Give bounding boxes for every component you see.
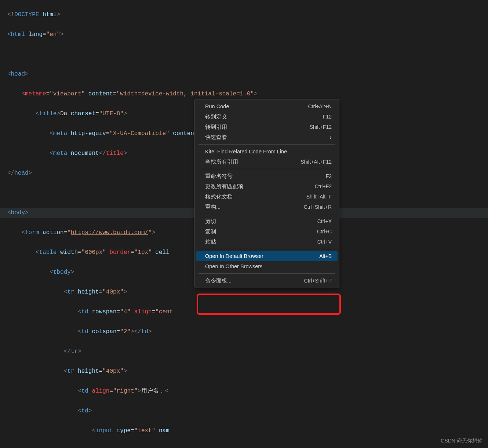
code-line: <head> [7, 69, 488, 79]
context-menu: Run CodeCtrl+Alt+N转到定义F12转到引用Shift+F12快速… [194, 99, 339, 288]
menu-item[interactable]: 命令面板...Ctrl+Shift+P [195, 276, 339, 286]
menu-item-shortcut: Ctrl+Shift+R [304, 204, 332, 210]
menu-separator [199, 273, 335, 274]
menu-item-label: Open In Default Browser [205, 253, 263, 259]
code-line: <td align="right">用户名：< [7, 386, 488, 396]
menu-separator [199, 169, 335, 169]
menu-item-label: Run Code [205, 103, 229, 109]
menu-item-shortcut: F2 [326, 173, 332, 179]
menu-item[interactable]: 转到定义F12 [195, 112, 339, 122]
menu-item-label: Kite: Find Related Code From Line [205, 149, 287, 154]
menu-item-label: 重命名符号 [205, 173, 233, 180]
menu-item[interactable]: 重构...Ctrl+Shift+R [195, 202, 339, 212]
menu-item[interactable]: 格式化文档Shift+Alt+F [195, 192, 339, 202]
menu-item[interactable]: Run CodeCtrl+Alt+N [195, 101, 339, 112]
menu-item[interactable]: Kite: Find Related Code From Line [195, 146, 339, 157]
menu-item-label: 转到引用 [205, 124, 227, 131]
menu-item-label: 剪切 [205, 218, 216, 225]
menu-item-label: 快速查看 [205, 134, 227, 141]
code-line: <td colspan="2"></td> [7, 327, 488, 337]
menu-item-label: 格式化文档 [205, 193, 233, 200]
menu-item-shortcut: Ctrl+F2 [315, 183, 332, 189]
menu-item[interactable]: 重命名符号F2 [195, 171, 339, 181]
menu-item-label: 查找所有引用 [205, 159, 238, 165]
menu-item-shortcut: Ctrl+V [317, 239, 332, 245]
menu-item-shortcut: Shift+Alt+F [306, 194, 332, 200]
menu-item-label: Open In Other Browsers [205, 263, 262, 269]
menu-item-shortcut: Ctrl+X [317, 218, 332, 224]
code-line: <!DOCTYPE html> [7, 10, 488, 20]
menu-item-label: 粘贴 [205, 238, 216, 245]
menu-item[interactable]: 转到引用Shift+F12 [195, 122, 339, 132]
menu-item[interactable]: 更改所有匹配项Ctrl+F2 [195, 181, 339, 192]
menu-item[interactable]: 剪切Ctrl+X [195, 216, 339, 226]
code-line: <tr height="40px"> [7, 287, 488, 297]
menu-item-shortcut: Shift+F12 [310, 124, 332, 130]
code-line: <html lang="en"> [7, 30, 488, 40]
menu-item-shortcut: Ctrl+Alt+N [308, 103, 332, 109]
menu-item[interactable]: 快速查看 [195, 132, 339, 142]
menu-item-label: 重构... [205, 204, 221, 211]
watermark: CSDN @无你想你 [441, 438, 482, 444]
code-line: </td> [7, 446, 488, 448]
menu-item-shortcut: Alt+B [319, 253, 332, 259]
menu-item[interactable]: Open In Default BrowserAlt+B [196, 251, 338, 261]
menu-item-shortcut: Ctrl+C [317, 229, 332, 234]
menu-item-shortcut: Shift+Alt+F12 [301, 159, 332, 165]
menu-item[interactable]: Open In Other Browsers [195, 261, 339, 272]
menu-item[interactable]: 复制Ctrl+C [195, 226, 339, 237]
menu-separator [199, 144, 335, 145]
menu-item-label: 命令面板... [205, 277, 232, 284]
code-line: <input type="text" nam [7, 426, 488, 436]
code-line: <td rowspan="4" align="cent [7, 307, 488, 317]
menu-separator [199, 214, 335, 214]
menu-item[interactable]: 查找所有引用Shift+Alt+F12 [195, 157, 339, 167]
menu-item-label: 转到定义 [205, 113, 227, 120]
menu-separator [199, 249, 335, 249]
menu-item-shortcut: F12 [323, 114, 332, 120]
menu-item-label: 更改所有匹配项 [205, 183, 244, 190]
menu-item-label: 复制 [205, 228, 216, 235]
code-line: <metame="viewport" content="width=device… [7, 89, 488, 99]
code-line: </tr> [7, 347, 488, 357]
code-line: <td> [7, 406, 488, 416]
menu-item[interactable]: 粘贴Ctrl+V [195, 237, 339, 247]
menu-item-shortcut: Ctrl+Shift+P [304, 278, 332, 284]
code-line: <tr height="40px"> [7, 367, 488, 376]
